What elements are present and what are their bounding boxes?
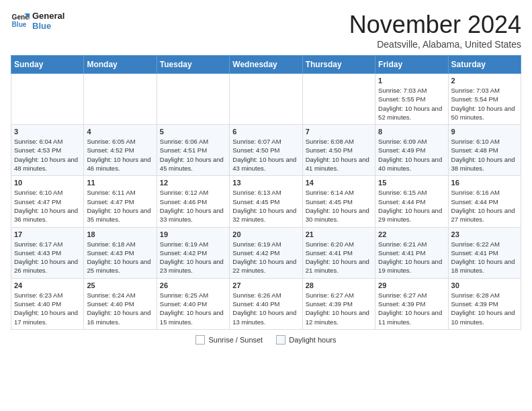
day-number: 23 <box>451 230 518 238</box>
legend: Sunrise / Sunset Daylight hours <box>11 335 521 345</box>
day-cell: 12Sunrise: 6:12 AM Sunset: 4:46 PM Dayli… <box>157 176 229 227</box>
day-number: 18 <box>87 230 153 238</box>
day-cell: 7Sunrise: 6:08 AM Sunset: 4:50 PM Daylig… <box>302 125 375 176</box>
week-row-1: 1Sunrise: 7:03 AM Sunset: 5:55 PM Daylig… <box>11 74 521 125</box>
day-info: Sunrise: 6:07 AM Sunset: 4:50 PM Dayligh… <box>232 137 299 173</box>
day-info: Sunrise: 6:09 AM Sunset: 4:49 PM Dayligh… <box>378 137 445 173</box>
day-number: 7 <box>306 128 372 136</box>
day-cell: 10Sunrise: 6:10 AM Sunset: 4:47 PM Dayli… <box>11 176 84 227</box>
day-info: Sunrise: 6:12 AM Sunset: 4:46 PM Dayligh… <box>160 188 226 224</box>
day-cell: 29Sunrise: 6:27 AM Sunset: 4:39 PM Dayli… <box>375 278 448 329</box>
day-number: 4 <box>87 128 153 136</box>
day-info: Sunrise: 6:19 AM Sunset: 4:42 PM Dayligh… <box>160 240 226 275</box>
day-number: 3 <box>14 128 81 136</box>
day-cell <box>11 74 84 125</box>
logo: General Blue General Blue <box>11 11 64 31</box>
day-cell: 11Sunrise: 6:11 AM Sunset: 4:47 PM Dayli… <box>84 176 157 227</box>
day-info: Sunrise: 6:13 AM Sunset: 4:45 PM Dayligh… <box>232 188 299 224</box>
day-number: 1 <box>378 77 445 85</box>
day-number: 16 <box>451 179 518 187</box>
day-cell: 24Sunrise: 6:23 AM Sunset: 4:40 PM Dayli… <box>11 278 84 329</box>
weekday-monday: Monday <box>84 56 157 74</box>
weekday-sunday: Sunday <box>11 56 84 74</box>
day-info: Sunrise: 6:10 AM Sunset: 4:48 PM Dayligh… <box>451 137 518 173</box>
day-number: 21 <box>306 230 372 238</box>
day-cell: 18Sunrise: 6:18 AM Sunset: 4:43 PM Dayli… <box>84 227 157 278</box>
day-info: Sunrise: 6:17 AM Sunset: 4:43 PM Dayligh… <box>14 240 81 275</box>
day-cell <box>157 74 229 125</box>
day-info: Sunrise: 6:14 AM Sunset: 4:45 PM Dayligh… <box>306 188 372 224</box>
weekday-saturday: Saturday <box>448 56 521 74</box>
day-number: 13 <box>232 179 299 187</box>
day-info: Sunrise: 7:03 AM Sunset: 5:54 PM Dayligh… <box>451 86 518 122</box>
weekday-header-row: SundayMondayTuesdayWednesdayThursdayFrid… <box>11 56 521 74</box>
day-info: Sunrise: 6:11 AM Sunset: 4:47 PM Dayligh… <box>87 188 153 224</box>
day-number: 25 <box>87 281 153 289</box>
day-cell: 3Sunrise: 6:04 AM Sunset: 4:53 PM Daylig… <box>11 125 84 176</box>
day-cell: 19Sunrise: 6:19 AM Sunset: 4:42 PM Dayli… <box>157 227 229 278</box>
day-number: 12 <box>160 179 226 187</box>
day-info: Sunrise: 6:28 AM Sunset: 4:39 PM Dayligh… <box>451 291 518 326</box>
day-info: Sunrise: 6:06 AM Sunset: 4:51 PM Dayligh… <box>160 137 226 173</box>
day-cell <box>302 74 375 125</box>
svg-text:Blue: Blue <box>12 21 27 28</box>
weekday-wednesday: Wednesday <box>230 56 302 74</box>
weekday-friday: Friday <box>375 56 448 74</box>
day-cell: 4Sunrise: 6:05 AM Sunset: 4:52 PM Daylig… <box>84 125 157 176</box>
sunrise-legend-box <box>195 335 205 345</box>
day-info: Sunrise: 6:20 AM Sunset: 4:41 PM Dayligh… <box>306 240 372 275</box>
sunrise-legend-label: Sunrise / Sunset <box>208 336 263 344</box>
daylight-legend-box <box>276 335 285 345</box>
day-cell: 6Sunrise: 6:07 AM Sunset: 4:50 PM Daylig… <box>230 125 302 176</box>
page-header: General Blue General Blue November 2024 … <box>11 11 521 50</box>
day-cell <box>84 74 157 125</box>
day-number: 20 <box>232 230 299 238</box>
day-cell: 17Sunrise: 6:17 AM Sunset: 4:43 PM Dayli… <box>11 227 84 278</box>
day-cell: 2Sunrise: 7:03 AM Sunset: 5:54 PM Daylig… <box>448 74 521 125</box>
day-info: Sunrise: 6:27 AM Sunset: 4:39 PM Dayligh… <box>306 291 372 326</box>
day-info: Sunrise: 6:15 AM Sunset: 4:44 PM Dayligh… <box>378 188 445 224</box>
day-info: Sunrise: 6:05 AM Sunset: 4:52 PM Dayligh… <box>87 137 153 173</box>
day-info: Sunrise: 6:10 AM Sunset: 4:47 PM Dayligh… <box>14 188 81 224</box>
day-number: 15 <box>378 179 445 187</box>
day-info: Sunrise: 7:03 AM Sunset: 5:55 PM Dayligh… <box>378 86 445 122</box>
day-info: Sunrise: 6:16 AM Sunset: 4:44 PM Dayligh… <box>451 188 518 224</box>
day-cell: 25Sunrise: 6:24 AM Sunset: 4:40 PM Dayli… <box>84 278 157 329</box>
day-cell: 22Sunrise: 6:21 AM Sunset: 4:41 PM Dayli… <box>375 227 448 278</box>
daylight-legend: Daylight hours <box>276 335 336 345</box>
day-cell: 20Sunrise: 6:19 AM Sunset: 4:42 PM Dayli… <box>230 227 302 278</box>
month-title: November 2024 <box>349 11 521 39</box>
day-cell: 28Sunrise: 6:27 AM Sunset: 4:39 PM Dayli… <box>302 278 375 329</box>
day-info: Sunrise: 6:19 AM Sunset: 4:42 PM Dayligh… <box>232 240 299 275</box>
day-info: Sunrise: 6:21 AM Sunset: 4:41 PM Dayligh… <box>378 240 445 275</box>
day-number: 8 <box>378 128 445 136</box>
day-number: 27 <box>232 281 299 289</box>
day-cell: 15Sunrise: 6:15 AM Sunset: 4:44 PM Dayli… <box>375 176 448 227</box>
day-cell: 5Sunrise: 6:06 AM Sunset: 4:51 PM Daylig… <box>157 125 229 176</box>
day-number: 5 <box>160 128 226 136</box>
day-cell: 9Sunrise: 6:10 AM Sunset: 4:48 PM Daylig… <box>448 125 521 176</box>
day-info: Sunrise: 6:22 AM Sunset: 4:41 PM Dayligh… <box>451 240 518 275</box>
day-number: 24 <box>14 281 81 289</box>
logo-line1: General <box>32 11 64 21</box>
day-cell: 16Sunrise: 6:16 AM Sunset: 4:44 PM Dayli… <box>448 176 521 227</box>
day-number: 30 <box>451 281 518 289</box>
day-cell: 30Sunrise: 6:28 AM Sunset: 4:39 PM Dayli… <box>448 278 521 329</box>
weekday-thursday: Thursday <box>302 56 375 74</box>
day-info: Sunrise: 6:23 AM Sunset: 4:40 PM Dayligh… <box>14 291 81 326</box>
day-info: Sunrise: 6:18 AM Sunset: 4:43 PM Dayligh… <box>87 240 153 275</box>
day-number: 29 <box>378 281 445 289</box>
day-cell <box>230 74 302 125</box>
day-cell: 27Sunrise: 6:26 AM Sunset: 4:40 PM Dayli… <box>230 278 302 329</box>
week-row-2: 3Sunrise: 6:04 AM Sunset: 4:53 PM Daylig… <box>11 125 521 176</box>
title-block: November 2024 Deatsville, Alabama, Unite… <box>349 11 521 50</box>
day-cell: 21Sunrise: 6:20 AM Sunset: 4:41 PM Dayli… <box>302 227 375 278</box>
daylight-legend-label: Daylight hours <box>289 336 336 344</box>
day-number: 22 <box>378 230 445 238</box>
day-info: Sunrise: 6:24 AM Sunset: 4:40 PM Dayligh… <box>87 291 153 326</box>
day-info: Sunrise: 6:25 AM Sunset: 4:40 PM Dayligh… <box>160 291 226 326</box>
day-number: 11 <box>87 179 153 187</box>
calendar: SundayMondayTuesdayWednesdayThursdayFrid… <box>11 55 521 330</box>
location: Deatsville, Alabama, United States <box>349 39 521 50</box>
day-number: 9 <box>451 128 518 136</box>
